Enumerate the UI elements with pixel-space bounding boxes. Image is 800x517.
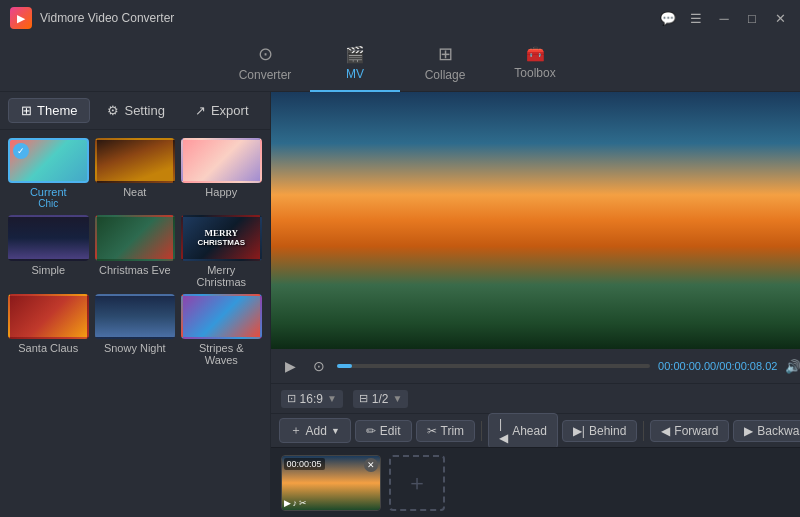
maximize-button[interactable]: □ bbox=[742, 8, 762, 28]
quality-icon: ⊟ bbox=[359, 392, 368, 405]
theme-item-stripes[interactable]: Stripes & Waves bbox=[181, 294, 262, 366]
timeline-music-icon: ♪ bbox=[293, 498, 298, 508]
aspect-ratio-icon: ⊡ bbox=[287, 392, 296, 405]
theme-thumb-snowynight bbox=[95, 294, 176, 339]
timeline-icons: ▶ ♪ ✂ bbox=[284, 498, 308, 508]
add-button[interactable]: ＋ Add ▼ bbox=[279, 418, 351, 443]
timeline-play-icon: ▶ bbox=[284, 498, 291, 508]
timeline-time: 00:00:05 bbox=[284, 458, 325, 470]
video-preview bbox=[271, 92, 800, 349]
menu-icon[interactable]: ☰ bbox=[686, 8, 706, 28]
tab-toolbox[interactable]: 🧰 Toolbox bbox=[490, 36, 580, 92]
forward-icon: ◀ bbox=[661, 424, 670, 438]
subtab-setting[interactable]: ⚙ Setting bbox=[94, 98, 177, 123]
aspect-bar: ⊡ 16:9 ▼ ⊟ 1/2 ▼ 1 / 1 bbox=[271, 383, 800, 413]
tab-collage[interactable]: ⊞ Collage bbox=[400, 36, 490, 92]
add-icon: ＋ bbox=[290, 422, 302, 439]
theme-thumb-santaclaus bbox=[8, 294, 89, 339]
theme-item-current[interactable]: ✓ Current Chic bbox=[8, 138, 89, 209]
backward-button[interactable]: ▶ Backward bbox=[733, 420, 800, 442]
theme-thumb-neat bbox=[95, 138, 176, 183]
timeline-cut-icon: ✂ bbox=[299, 498, 307, 508]
progress-bar[interactable] bbox=[337, 364, 651, 368]
theme-label-merrychristmas: Merry Christmas bbox=[181, 264, 262, 288]
minimize-button[interactable]: ─ bbox=[714, 8, 734, 28]
behind-icon: ▶| bbox=[573, 424, 585, 438]
setting-gear-icon: ⚙ bbox=[107, 103, 119, 118]
export-arrow-icon: ↗ bbox=[195, 103, 206, 118]
theme-thumb-christmas bbox=[95, 215, 176, 260]
theme-label-christmas: Christmas Eve bbox=[99, 264, 171, 276]
app-logo: ▶ bbox=[10, 7, 32, 29]
mv-icon: 🎬 bbox=[345, 45, 365, 64]
timeline: 00:00:05 ✕ ▶ ♪ ✂ ＋ bbox=[271, 447, 800, 517]
theme-item-snowynight[interactable]: Snowy Night bbox=[95, 294, 176, 366]
play-button[interactable]: ▶ bbox=[281, 356, 301, 376]
theme-grid: ✓ Current Chic Neat Happy Simple Christm… bbox=[0, 130, 270, 517]
timeline-item-1[interactable]: 00:00:05 ✕ ▶ ♪ ✂ bbox=[281, 455, 381, 511]
merry-overlay: MERRY CHRISTMAS bbox=[183, 217, 260, 258]
bottom-toolbar: ＋ Add ▼ ✏ Edit ✂ Trim |◀ Ahead ▶| Behind bbox=[271, 413, 800, 447]
theme-grid-icon: ⊞ bbox=[21, 103, 32, 118]
forward-button[interactable]: ◀ Forward bbox=[650, 420, 729, 442]
video-background bbox=[271, 92, 800, 349]
nav-tabs: ⊙ Converter 🎬 MV ⊞ Collage 🧰 Toolbox bbox=[0, 36, 800, 92]
theme-item-simple[interactable]: Simple bbox=[8, 215, 89, 287]
tab-converter[interactable]: ⊙ Converter bbox=[220, 36, 310, 92]
close-button[interactable]: ✕ bbox=[770, 8, 790, 28]
left-panel: ⊞ Theme ⚙ Setting ↗ Export ✓ Current Chi… bbox=[0, 92, 271, 517]
collage-icon: ⊞ bbox=[438, 43, 453, 65]
theme-thumb-merrychristmas: MERRY CHRISTMAS bbox=[181, 215, 262, 260]
trim-button[interactable]: ✂ Trim bbox=[416, 420, 476, 442]
theme-label-neat: Neat bbox=[123, 186, 146, 198]
theme-item-happy[interactable]: Happy bbox=[181, 138, 262, 209]
stop-button[interactable]: ⊙ bbox=[309, 356, 329, 376]
theme-thumb-simple bbox=[8, 215, 89, 260]
theme-label-current: Current bbox=[30, 186, 67, 198]
right-panel: ▶ ⊙ 00:00:00.00/00:00:08.02 🔊 ➤ Export ⊡… bbox=[271, 92, 800, 517]
edit-icon: ✏ bbox=[366, 424, 376, 438]
add-dropdown-icon: ▼ bbox=[331, 426, 340, 436]
theme-label-happy: Happy bbox=[205, 186, 237, 198]
aspect-ratio-select[interactable]: ⊡ 16:9 ▼ bbox=[281, 390, 343, 408]
timeline-add-icon: ＋ bbox=[406, 468, 428, 498]
progress-fill bbox=[337, 364, 353, 368]
ahead-button[interactable]: |◀ Ahead bbox=[488, 413, 558, 449]
theme-item-christmas[interactable]: Christmas Eve bbox=[95, 215, 176, 287]
titlebar: ▶ Vidmore Video Converter 💬 ☰ ─ □ ✕ bbox=[0, 0, 800, 36]
subtab-theme[interactable]: ⊞ Theme bbox=[8, 98, 90, 123]
quality-dropdown-icon: ▼ bbox=[392, 393, 402, 404]
chat-icon[interactable]: 💬 bbox=[658, 8, 678, 28]
app-title: Vidmore Video Converter bbox=[40, 11, 658, 25]
theme-label-simple: Simple bbox=[31, 264, 65, 276]
theme-badge-chic: Chic bbox=[38, 198, 58, 209]
theme-item-santaclaus[interactable]: Santa Claus bbox=[8, 294, 89, 366]
backward-icon: ▶ bbox=[744, 424, 753, 438]
tab-mv[interactable]: 🎬 MV bbox=[310, 36, 400, 92]
converter-icon: ⊙ bbox=[258, 43, 273, 65]
theme-thumb-current: ✓ bbox=[8, 138, 89, 183]
video-controls: ▶ ⊙ 00:00:00.00/00:00:08.02 🔊 ➤ Export bbox=[271, 349, 800, 383]
quality-select[interactable]: ⊟ 1/2 ▼ bbox=[353, 390, 409, 408]
separator-1 bbox=[481, 421, 482, 441]
timeline-close-button[interactable]: ✕ bbox=[364, 458, 378, 472]
ahead-icon: |◀ bbox=[499, 417, 508, 445]
edit-button[interactable]: ✏ Edit bbox=[355, 420, 412, 442]
sub-tabs: ⊞ Theme ⚙ Setting ↗ Export bbox=[0, 92, 270, 130]
theme-item-merrychristmas[interactable]: MERRY CHRISTMAS Merry Christmas bbox=[181, 215, 262, 287]
time-display: 00:00:00.00/00:00:08.02 bbox=[658, 360, 777, 372]
behind-button[interactable]: ▶| Behind bbox=[562, 420, 638, 442]
trim-icon: ✂ bbox=[427, 424, 437, 438]
aspect-dropdown-icon: ▼ bbox=[327, 393, 337, 404]
theme-item-neat[interactable]: Neat bbox=[95, 138, 176, 209]
toolbox-icon: 🧰 bbox=[526, 45, 545, 63]
main-area: ⊞ Theme ⚙ Setting ↗ Export ✓ Current Chi… bbox=[0, 92, 800, 517]
volume-icon[interactable]: 🔊 bbox=[785, 359, 800, 374]
theme-label-santaclaus: Santa Claus bbox=[18, 342, 78, 354]
subtab-export[interactable]: ↗ Export bbox=[182, 98, 262, 123]
separator-2 bbox=[643, 421, 644, 441]
theme-label-stripes: Stripes & Waves bbox=[181, 342, 262, 366]
timeline-add-button[interactable]: ＋ bbox=[389, 455, 445, 511]
theme-label-snowynight: Snowy Night bbox=[104, 342, 166, 354]
selected-check-icon: ✓ bbox=[13, 143, 29, 159]
